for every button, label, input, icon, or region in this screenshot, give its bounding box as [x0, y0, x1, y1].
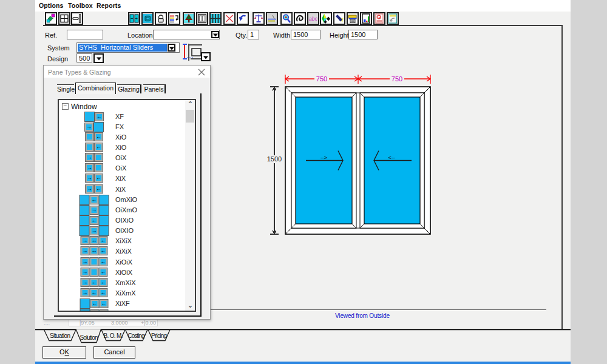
svg-text:1500: 1500 [267, 155, 282, 163]
svg-text:Situation: Situation [50, 332, 70, 339]
svg-text:abc: abc [309, 16, 318, 22]
svg-text:750: 750 [392, 75, 402, 83]
svg-text:B. O. M.: B. O. M. [104, 332, 123, 339]
svg-text:Costing: Costing [128, 332, 145, 339]
svg-text:Solution: Solution [80, 334, 98, 341]
svg-text:750: 750 [316, 75, 327, 83]
svg-text:<--: <-- [388, 155, 395, 161]
svg-text:Pricing: Pricing [151, 332, 167, 339]
svg-text:-->: --> [320, 155, 327, 161]
